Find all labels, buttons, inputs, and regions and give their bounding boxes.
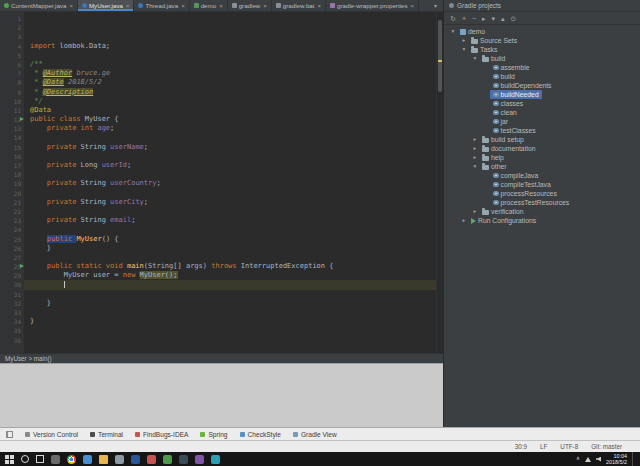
editor-line[interactable]: 33: [0, 308, 443, 317]
editor-line[interactable]: 2: [0, 23, 443, 32]
status-encoding[interactable]: UTF-8: [560, 443, 578, 450]
tree-node-processtestresources[interactable]: processTestResources: [444, 198, 640, 207]
tab-close-icon[interactable]: ×: [263, 3, 267, 9]
tab-close-icon[interactable]: ×: [318, 3, 322, 9]
code-editor[interactable]: 1234import lombok.Data;56/**7 * @Author …: [0, 12, 443, 353]
chevron-down-icon[interactable]: ▾: [460, 47, 468, 53]
taskbar-app-icon[interactable]: [131, 455, 140, 464]
collapse-all-icon[interactable]: ▴: [501, 15, 505, 22]
settings-icon[interactable]: ⊙: [511, 15, 517, 22]
tree-node-demo[interactable]: ▾demo: [444, 27, 640, 36]
status-line-separator[interactable]: LF: [540, 443, 547, 450]
tab-demo[interactable]: demo×: [190, 0, 228, 11]
tree-node-compiletestjava[interactable]: compileTestJava: [444, 180, 640, 189]
taskbar-app-icon[interactable]: [211, 455, 220, 464]
editor-line[interactable]: 11@Data: [0, 106, 443, 115]
breadcrumb[interactable]: MyUser > main(): [0, 353, 443, 363]
tree-node-assemble[interactable]: assemble: [444, 63, 640, 72]
tree-node-jar[interactable]: jar: [444, 117, 640, 126]
tab-close-icon[interactable]: ×: [411, 3, 415, 9]
tab-thread-java[interactable]: Thread.java×: [134, 0, 189, 11]
editor-line[interactable]: 16: [0, 152, 443, 161]
editor-line[interactable]: 18: [0, 170, 443, 179]
status-caret-position[interactable]: 30:9: [515, 443, 527, 450]
chevron-right-icon[interactable]: ▸: [460, 38, 468, 44]
editor-line[interactable]: 21 private String userCity;: [0, 198, 443, 207]
taskbar-app-icon[interactable]: [195, 455, 204, 464]
editor-line[interactable]: 1: [0, 14, 443, 23]
chevron-right-icon[interactable]: ▸: [471, 155, 479, 161]
tree-node-build[interactable]: ▾build: [444, 54, 640, 63]
tab-close-icon[interactable]: ×: [219, 3, 223, 9]
taskbar-app-icon[interactable]: [179, 455, 188, 464]
task-view-icon[interactable]: [36, 455, 44, 463]
editor-line[interactable]: 4import lombok.Data;: [0, 42, 443, 51]
network-icon[interactable]: [585, 457, 591, 462]
editor-line[interactable]: 22: [0, 207, 443, 216]
tab-close-icon[interactable]: ×: [69, 3, 73, 9]
editor-line[interactable]: 25 public MyUser() {: [0, 235, 443, 244]
editor-line[interactable]: 26 }: [0, 244, 443, 253]
taskbar-app-icon[interactable]: [51, 455, 60, 464]
tree-node-source-sets[interactable]: ▸Source Sets: [444, 36, 640, 45]
editor-line[interactable]: 36: [0, 336, 443, 345]
tree-node-buildneeded[interactable]: buildNeeded: [444, 90, 640, 99]
tray-chevron-up-icon[interactable]: ∧: [576, 456, 580, 462]
chevron-down-icon[interactable]: ▾: [471, 56, 479, 62]
start-button[interactable]: [5, 455, 14, 464]
editor-line[interactable]: 32 }: [0, 299, 443, 308]
tab-gradlew[interactable]: gradlew×: [228, 0, 272, 11]
tab-contentmapper-java[interactable]: ContentMapper.java×: [0, 0, 78, 11]
taskbar-app-icon[interactable]: [99, 455, 108, 464]
attach-icon[interactable]: +: [462, 15, 466, 22]
tree-node-other[interactable]: ▾other: [444, 162, 640, 171]
tool-window-button-terminal[interactable]: Terminal: [90, 431, 123, 438]
editor-line[interactable]: 17 private Long userId;: [0, 161, 443, 170]
tree-node-clean[interactable]: clean: [444, 108, 640, 117]
tab-close-icon[interactable]: ×: [181, 3, 185, 9]
tab-gradlew-bat[interactable]: gradlew.bat×: [272, 0, 326, 11]
taskbar-app-icon[interactable]: [163, 455, 172, 464]
editor-line[interactable]: 20: [0, 189, 443, 198]
chevron-down-icon[interactable]: ▾: [449, 29, 457, 35]
editor-line[interactable]: 27: [0, 253, 443, 262]
editor-line[interactable]: 5: [0, 51, 443, 60]
tree-node-compilejava[interactable]: compileJava: [444, 171, 640, 180]
tree-node-build[interactable]: build: [444, 72, 640, 81]
editor-line[interactable]: 35: [0, 326, 443, 335]
tool-window-handle-icon[interactable]: [6, 431, 13, 438]
expand-all-icon[interactable]: ▾: [492, 15, 496, 22]
tab-close-icon[interactable]: ×: [126, 3, 130, 9]
refresh-icon[interactable]: ↻: [450, 15, 456, 22]
chevron-right-icon[interactable]: ▸: [471, 146, 479, 152]
gradle-panel-header[interactable]: Gradle projects: [443, 0, 640, 11]
editor-line[interactable]: 13 private int age;: [0, 124, 443, 133]
editor-scrollbar[interactable]: [436, 12, 443, 353]
tree-node-classes[interactable]: classes: [444, 99, 640, 108]
editor-line[interactable]: 19 private String userCountry;: [0, 179, 443, 188]
taskbar-app-icon[interactable]: [147, 455, 156, 464]
tree-node-builddependents[interactable]: buildDependents: [444, 81, 640, 90]
warning-stripe-mark[interactable]: [438, 60, 442, 62]
editor-line[interactable]: 28 public static void main(String[] args…: [0, 262, 443, 271]
tree-node-build-setup[interactable]: ▸build setup: [444, 135, 640, 144]
editor-line[interactable]: 23 private String email;: [0, 216, 443, 225]
tree-node-testclasses[interactable]: testClasses: [444, 126, 640, 135]
chevron-right-icon[interactable]: ▸: [460, 218, 468, 224]
taskbar-app-icon[interactable]: [67, 455, 76, 464]
volume-icon[interactable]: [596, 457, 601, 462]
editor-line[interactable]: 12public class MyUser {: [0, 115, 443, 124]
tree-node-verification[interactable]: ▸verification: [444, 207, 640, 216]
tool-window-button-spring[interactable]: Spring: [200, 431, 227, 438]
editor-line[interactable]: 34}: [0, 317, 443, 326]
tool-window-button-version-control[interactable]: Version Control: [25, 431, 78, 438]
search-icon[interactable]: [21, 455, 29, 463]
tree-node-documentation[interactable]: ▸documentation: [444, 144, 640, 153]
taskbar-clock[interactable]: 10:04 2018/5/2: [606, 453, 627, 465]
tree-node-run-configurations[interactable]: ▸Run Configurations: [444, 216, 640, 225]
editor-line[interactable]: 9 * @Description: [0, 88, 443, 97]
tab-list-dropdown-icon[interactable]: ▾: [428, 0, 443, 11]
taskbar-app-icon[interactable]: [115, 455, 124, 464]
run-task-icon[interactable]: ▸: [482, 15, 486, 22]
editor-line[interactable]: 7 * @Author bruce.ge: [0, 69, 443, 78]
